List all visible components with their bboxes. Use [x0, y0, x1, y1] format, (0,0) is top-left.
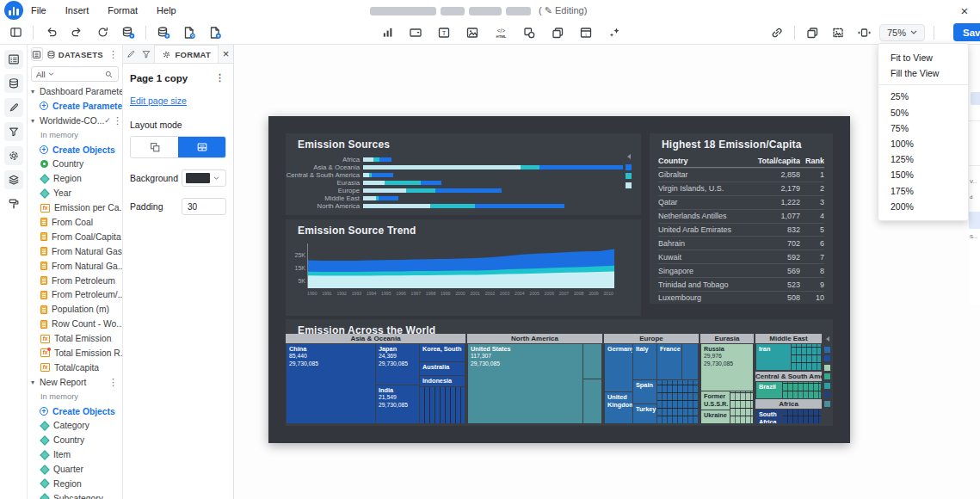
- widget-emission-treemap[interactable]: Emission Across the World Asia & Oceania…: [286, 319, 833, 426]
- background-color-picker[interactable]: [182, 169, 226, 187]
- edit-page-size-link[interactable]: Edit page size: [130, 95, 187, 106]
- filter-tab-icon[interactable]: [139, 45, 154, 63]
- save-button[interactable]: Save: [953, 23, 980, 41]
- tree-item-total-capita[interactable]: fxTotal/capita: [28, 360, 122, 375]
- dataset-filter-control[interactable]: All: [31, 66, 119, 82]
- tree-item-year[interactable]: Year: [28, 186, 122, 200]
- import-page-icon[interactable]: [181, 24, 198, 41]
- tree-item-new-report[interactable]: ▾New Report⋮: [28, 375, 122, 390]
- panel-toggle-icon[interactable]: [7, 24, 24, 41]
- add-widget-icon[interactable]: i: [577, 24, 595, 41]
- rail-edit-icon[interactable]: [4, 98, 23, 117]
- widget-emission-sources-chart[interactable]: Emission Sources AfricaAsia & OceaniaCen…: [286, 133, 641, 215]
- zoom-menu-item-fit-to-view[interactable]: Fit to View: [878, 50, 968, 65]
- zoom-menu-item-100-[interactable]: 100%: [878, 136, 968, 151]
- fit-width-icon[interactable]: [855, 24, 872, 41]
- tree-item-create-objects[interactable]: +Create Objects: [28, 404, 122, 419]
- close-icon[interactable]: ×: [956, 2, 973, 19]
- dashboard-page[interactable]: Emission Sources AfricaAsia & OceaniaCen…: [268, 116, 850, 443]
- tree-item-subcategory[interactable]: Subcategory: [28, 491, 122, 499]
- widget-emission-trend-chart[interactable]: Emission Source Trend 5K15K25K 199019911…: [286, 219, 641, 316]
- refresh-icon[interactable]: [94, 24, 111, 41]
- zoom-menu-item-175-[interactable]: 175%: [878, 183, 968, 199]
- duplicate-widget-icon[interactable]: [549, 24, 566, 41]
- tree-item-total-emission[interactable]: fxTotal Emission: [28, 331, 122, 346]
- zoom-menu-item-150-[interactable]: 150%: [878, 167, 968, 182]
- chart-legend: [626, 154, 632, 188]
- add-text-icon[interactable]: T: [435, 24, 453, 41]
- add-dataset-icon[interactable]: [155, 24, 172, 41]
- menu-file[interactable]: File: [31, 5, 46, 15]
- rail-outline-icon[interactable]: [4, 50, 23, 69]
- tree-item-from-coal[interactable]: From Coal: [28, 215, 122, 230]
- tree-item-worldwide-co-[interactable]: ▾Worldwide-CO...✓⋮: [28, 114, 122, 128]
- rail-data-icon[interactable]: [4, 74, 23, 93]
- zoom-menu-item-25-[interactable]: 25%: [878, 89, 968, 104]
- redo-icon[interactable]: [68, 24, 85, 41]
- menu-insert[interactable]: Insert: [65, 5, 89, 15]
- page-menu-icon[interactable]: ⋮: [213, 72, 226, 83]
- dataset-settings-icon[interactable]: [120, 24, 137, 41]
- tree-item-emission-per-ca-[interactable]: fxEmission per Ca...: [28, 200, 122, 215]
- tree-item-create-objects[interactable]: +Create Objects: [28, 143, 122, 157]
- bar-row-central-south-america: Central & South America: [286, 171, 641, 179]
- tree-item-region[interactable]: Region: [28, 171, 122, 186]
- tree-item-item[interactable]: Item: [28, 447, 122, 462]
- menu-format[interactable]: Format: [108, 5, 138, 15]
- tab-format[interactable]: FORMAT: [154, 45, 219, 63]
- select-area-icon[interactable]: [829, 24, 847, 41]
- add-control-icon[interactable]: [407, 24, 424, 41]
- tree-item-category[interactable]: Category: [28, 418, 122, 433]
- close-panel-icon[interactable]: ×: [219, 45, 233, 63]
- zoom-level-dropdown[interactable]: 75%: [879, 24, 925, 41]
- edit-tab-pencil-icon[interactable]: [123, 45, 139, 63]
- app-window: FileInsertFormatHelp ( ✎ Editing) × T</>…: [0, 0, 980, 499]
- add-shape-icon[interactable]: [521, 24, 538, 41]
- tree-item-quarter[interactable]: Quarter: [28, 462, 122, 477]
- tree-item-region[interactable]: Region: [28, 477, 122, 491]
- menu-help[interactable]: Help: [157, 5, 176, 15]
- tree-item-from-natural-ga-[interactable]: From Natural Ga...: [28, 259, 122, 274]
- tree-item-from-petroleum-[interactable]: From Petroleum/...: [28, 287, 122, 302]
- tree-item-from-natural-gas[interactable]: From Natural Gas: [28, 244, 122, 259]
- treemap-group-eurasia: Eurasia: [700, 334, 754, 343]
- add-html-icon[interactable]: </>HTML: [492, 24, 509, 41]
- freeform-layout-button[interactable]: [131, 137, 178, 157]
- tree-item-total-emission-r-[interactable]: fxTotal Emission R...: [28, 346, 122, 360]
- link-icon[interactable]: [768, 24, 786, 41]
- menubar: FileInsertFormatHelp ( ✎ Editing) ×: [0, 0, 980, 21]
- rail-theme-icon[interactable]: [4, 194, 23, 213]
- tree-item-dashboard-parameters[interactable]: ▾Dashboard Parameters: [28, 84, 122, 99]
- zoom-menu-item-200-[interactable]: 200%: [878, 199, 968, 214]
- background-color-swatch: [186, 173, 210, 183]
- add-chart-icon[interactable]: [379, 24, 396, 41]
- zoom-menu-item-fill-the-view[interactable]: Fill the View: [878, 65, 968, 81]
- zoom-menu-item-125-[interactable]: 125%: [878, 151, 968, 167]
- undo-icon[interactable]: [42, 24, 59, 41]
- padding-input[interactable]: [182, 198, 226, 215]
- rail-settings-icon[interactable]: [4, 146, 23, 165]
- zoom-menu-item-50-[interactable]: 50%: [878, 105, 968, 120]
- treemap-cell: [783, 410, 821, 423]
- sliver-text-fragment: d: [970, 194, 972, 200]
- grid-layout-button[interactable]: [178, 137, 225, 157]
- tree-item-population-m-[interactable]: Population (m): [28, 302, 122, 317]
- tree-item-country[interactable]: Country: [28, 157, 122, 171]
- tree-item-from-petroleum[interactable]: From Petroleum: [28, 274, 122, 288]
- datasets-menu-icon[interactable]: ⋮: [107, 49, 120, 60]
- magic-insert-icon[interactable]: [606, 24, 623, 41]
- rail-filter-icon[interactable]: [4, 122, 23, 141]
- widget-emission-capita-table[interactable]: Highest 18 Emission/Capita CountryTotal/…: [650, 133, 833, 304]
- tree-item-row-count-wo-[interactable]: Row Count - Wo...: [28, 317, 122, 331]
- zoom-menu-item-75-[interactable]: 75%: [878, 120, 968, 136]
- tree-item-country[interactable]: Country: [28, 433, 122, 447]
- add-page-icon[interactable]: [206, 24, 224, 41]
- copy-page-icon[interactable]: [804, 24, 821, 41]
- treemap-cell-india: India21,54929,730,085: [376, 385, 419, 423]
- outline-view-icon[interactable]: [31, 47, 43, 61]
- tree-item-from-coal-capita[interactable]: From Coal/Capita: [28, 230, 122, 244]
- bar-row-asia-oceania: Asia & Oceania: [286, 163, 641, 171]
- rail-layers-icon[interactable]: [4, 170, 23, 189]
- tree-item-create-parameter[interactable]: +Create Parameter: [28, 99, 122, 114]
- add-image-icon[interactable]: [464, 24, 481, 41]
